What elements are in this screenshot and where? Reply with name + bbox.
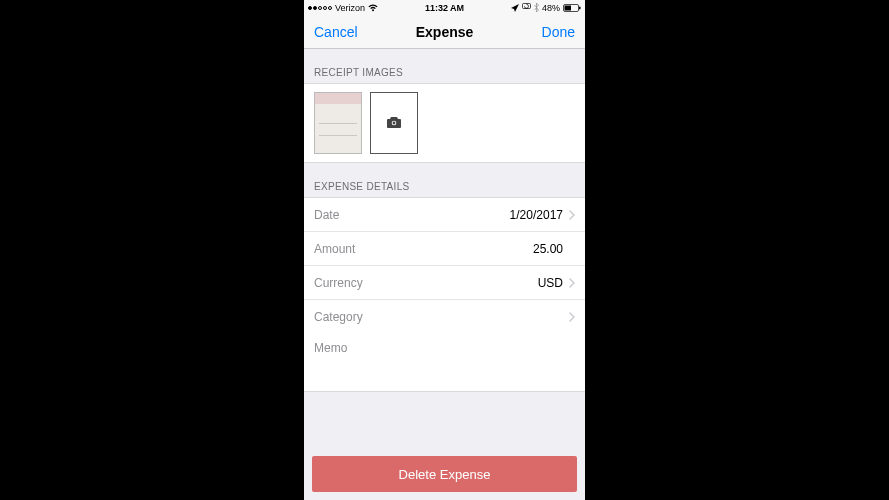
page-title: Expense (401, 24, 488, 40)
signal-dots-icon (308, 6, 332, 10)
svg-rect-3 (579, 6, 581, 9)
date-label: Date (314, 208, 339, 222)
done-button[interactable]: Done (488, 24, 575, 40)
svg-point-5 (393, 122, 396, 125)
currency-value: USD (363, 276, 563, 290)
cancel-button[interactable]: Cancel (314, 24, 401, 40)
row-category[interactable]: Category (304, 300, 585, 334)
carrier-label: Verizon (335, 3, 365, 13)
wifi-icon (368, 4, 378, 12)
battery-icon (563, 4, 581, 12)
receipt-images-row (304, 83, 585, 163)
row-date[interactable]: Date 1/20/2017 (304, 198, 585, 232)
section-header-expense-details: EXPENSE DETAILS (304, 163, 585, 197)
content: RECEIPT IMAGES EXPENSE DETAILS Date 1/20… (304, 49, 585, 500)
bluetooth-icon (534, 3, 539, 12)
status-bar: Verizon 11:32 AM 48% (304, 0, 585, 15)
memo-field[interactable]: Memo (304, 334, 585, 392)
add-photo-button[interactable] (370, 92, 418, 154)
orientation-lock-icon (522, 3, 531, 13)
delete-expense-button[interactable]: Delete Expense (312, 456, 577, 492)
status-right: 48% (511, 3, 581, 13)
memo-label: Memo (314, 341, 347, 355)
row-amount[interactable]: Amount 25.00 (304, 232, 585, 266)
details-list: Date 1/20/2017 Amount 25.00 Currency USD (304, 197, 585, 334)
camera-icon (386, 114, 402, 132)
row-currency[interactable]: Currency USD (304, 266, 585, 300)
location-arrow-icon (511, 4, 519, 12)
category-label: Category (314, 310, 363, 324)
battery-pct: 48% (542, 3, 560, 13)
svg-rect-2 (564, 5, 571, 10)
date-value: 1/20/2017 (339, 208, 563, 222)
chevron-right-icon (563, 278, 575, 288)
receipt-thumbnail[interactable] (314, 92, 362, 154)
chevron-right-icon (563, 312, 575, 322)
nav-bar: Cancel Expense Done (304, 15, 585, 49)
status-time: 11:32 AM (425, 3, 464, 13)
chevron-right-icon (563, 210, 575, 220)
status-left: Verizon (308, 3, 378, 13)
section-header-receipt-images: RECEIPT IMAGES (304, 49, 585, 83)
currency-label: Currency (314, 276, 363, 290)
amount-value: 25.00 (355, 242, 563, 256)
spacer (304, 392, 585, 448)
amount-label: Amount (314, 242, 355, 256)
phone-screen: Verizon 11:32 AM 48% Cancel Expense Done (304, 0, 585, 500)
